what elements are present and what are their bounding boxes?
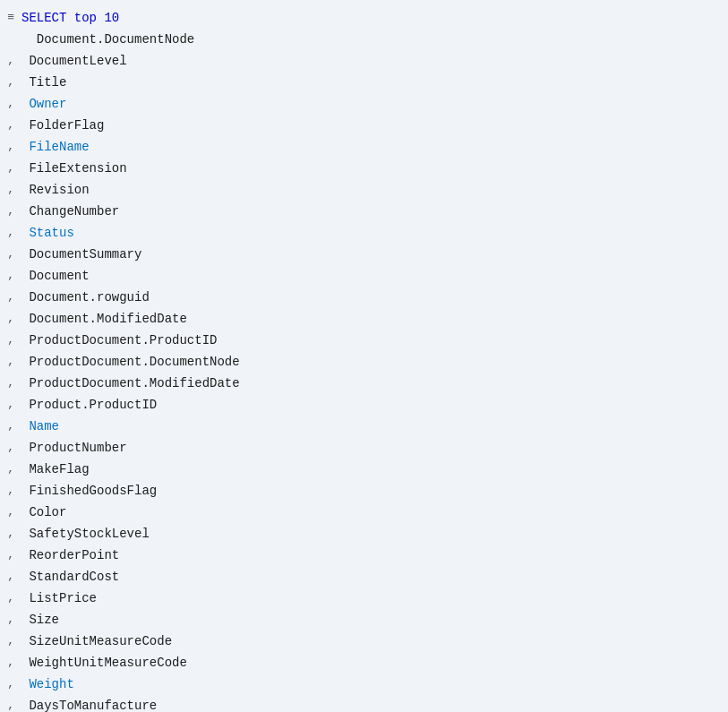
line-prefix: , [0, 395, 18, 415]
code-token: Product.ProductID [21, 398, 157, 412]
code-line: , FileName [0, 136, 728, 158]
code-token: Name [21, 419, 59, 433]
code-token: ProductDocument.DocumentNode [21, 355, 240, 369]
code-token: SizeUnitMeasureCode [21, 634, 172, 648]
code-token: DocumentLevel [21, 54, 127, 68]
line-content: DocumentLevel [18, 51, 127, 71]
code-token: Size [21, 613, 59, 627]
code-token: Color [21, 505, 66, 519]
line-prefix: , [0, 287, 18, 307]
line-content: SELECT top 10 [18, 8, 119, 28]
line-prefix: , [0, 309, 18, 329]
code-token: MakeFlag [21, 462, 90, 476]
code-token: FileName [21, 140, 90, 154]
code-token: DaysToManufacture [21, 699, 157, 712]
code-line: , ProductNumber [0, 437, 728, 459]
code-token: ProductNumber [21, 441, 127, 455]
code-line: , FolderFlag [0, 115, 728, 136]
code-line: , SafetyStockLevel [0, 523, 728, 545]
code-line: , ReorderPoint [0, 545, 728, 566]
code-token: WeightUnitMeasureCode [21, 656, 187, 670]
line-content: Weight [18, 674, 74, 694]
line-content: SafetyStockLevel [18, 524, 150, 544]
code-token: ReorderPoint [21, 548, 119, 562]
line-content: Product.ProductID [18, 395, 157, 415]
code-line: , DocumentSummary [0, 244, 728, 265]
line-content: ListPrice [18, 588, 97, 608]
line-content: ReorderPoint [18, 545, 119, 565]
code-token: Document [21, 269, 90, 283]
line-prefix: , [0, 180, 18, 200]
line-prefix: , [0, 159, 18, 178]
code-token: ProductDocument.ProductID [21, 333, 217, 347]
line-prefix: , [0, 416, 18, 436]
code-line: , Status [0, 222, 728, 244]
line-content: StandardCost [18, 567, 119, 587]
line-content: ChangeNumber [18, 202, 119, 221]
code-line: , FileExtension [0, 158, 728, 179]
code-line: , SizeUnitMeasureCode [0, 631, 728, 652]
code-token: StandardCost [21, 570, 119, 584]
code-token: Document.DocumentNode [21, 32, 194, 47]
code-line: , ProductDocument.ProductID [0, 330, 728, 351]
line-prefix: ≡ [0, 8, 18, 28]
line-prefix: , [0, 459, 18, 479]
line-content: Title [18, 73, 66, 92]
line-content: SizeUnitMeasureCode [18, 631, 172, 651]
code-token: Owner [21, 97, 66, 111]
code-token: ProductDocument.ModifiedDate [21, 376, 240, 390]
line-content: MakeFlag [18, 459, 90, 479]
code-token: Document.rowguid [21, 290, 150, 305]
code-token: Document.ModifiedDate [21, 312, 187, 326]
line-content: WeightUnitMeasureCode [18, 653, 187, 673]
line-prefix: , [0, 116, 18, 135]
line-content: FolderFlag [18, 116, 104, 135]
line-prefix: , [0, 610, 18, 630]
line-prefix: , [0, 524, 18, 544]
code-line: , ProductDocument.ModifiedDate [0, 373, 728, 394]
line-prefix: , [0, 266, 18, 286]
code-token: FinishedGoodsFlag [21, 484, 157, 498]
code-line: , Size [0, 609, 728, 631]
line-prefix: , [0, 223, 18, 243]
line-prefix: , [0, 502, 18, 522]
line-prefix: , [0, 631, 18, 651]
line-prefix: , [0, 588, 18, 608]
line-content: ProductDocument.ProductID [18, 330, 217, 350]
code-token: FolderFlag [21, 118, 104, 133]
line-content: Document.rowguid [18, 287, 150, 307]
code-line: , WeightUnitMeasureCode [0, 652, 728, 673]
code-token: DocumentSummary [21, 247, 141, 262]
line-prefix: , [0, 352, 18, 372]
line-content: Color [18, 502, 66, 522]
code-line: , Owner [0, 93, 728, 115]
line-content: Size [18, 610, 59, 630]
line-content: FileName [18, 137, 90, 157]
line-content: ProductNumber [18, 438, 127, 458]
code-line: , DocumentLevel [0, 50, 728, 72]
line-prefix: , [0, 545, 18, 565]
code-line: , Document.rowguid [0, 287, 728, 308]
code-editor: ≡SELECT top 10 Document.DocumentNode, Do… [0, 0, 728, 712]
code-token: Weight [21, 677, 74, 691]
code-token: SafetyStockLevel [21, 527, 150, 541]
line-prefix: , [0, 481, 18, 501]
code-line: ≡SELECT top 10 [0, 7, 728, 29]
code-line: , Document [0, 265, 728, 287]
line-prefix: , [0, 137, 18, 157]
line-content: FileExtension [18, 159, 127, 178]
code-line: , Title [0, 72, 728, 93]
code-line: , Weight [0, 673, 728, 695]
code-token: Title [21, 75, 66, 90]
code-line: , Name [0, 416, 728, 437]
code-line: , Revision [0, 179, 728, 201]
line-content: Name [18, 416, 59, 436]
line-content: Owner [18, 94, 66, 114]
code-token: Revision [21, 183, 90, 197]
code-line: , Color [0, 502, 728, 523]
line-content: Document.ModifiedDate [18, 309, 187, 329]
code-token: SELECT top 10 [21, 11, 119, 25]
code-line: , StandardCost [0, 566, 728, 588]
code-line: , DaysToManufacture [0, 695, 728, 712]
line-prefix: , [0, 653, 18, 673]
